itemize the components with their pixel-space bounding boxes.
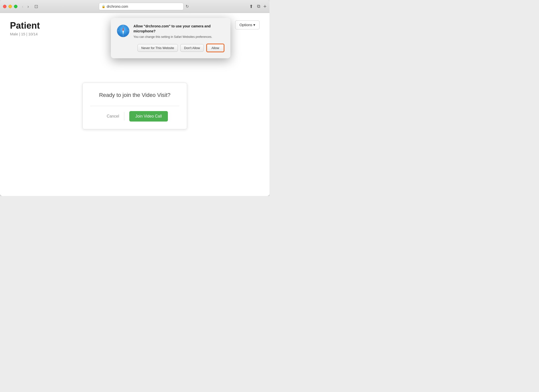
dialog-header: Allow "drchrono.com" to use your camera … xyxy=(117,24,224,39)
patient-meta: Male | 15 | 10/14 xyxy=(10,32,40,36)
patient-info: Patient Male | 15 | 10/14 xyxy=(10,20,40,36)
patient-name: Patient xyxy=(10,20,40,31)
options-button[interactable]: Options ▾ xyxy=(235,20,260,29)
forward-button[interactable]: › xyxy=(26,4,30,9)
nav-buttons: ‹ › xyxy=(20,4,30,9)
address-text: drchrono.com xyxy=(107,4,128,8)
join-video-call-button[interactable]: Join Video Call xyxy=(129,111,168,122)
allow-button[interactable]: Allow xyxy=(206,44,224,52)
dialog-buttons: Never for This Website Don't Allow Allow xyxy=(117,44,224,52)
reload-button[interactable]: ↻ xyxy=(186,4,189,9)
browser-window: ‹ › ⊡ 🔒 drchrono.com ↻ ⬆ ⧉ + Patient Mal… xyxy=(0,0,270,196)
video-card-actions: Cancel Join Video Call xyxy=(90,106,179,122)
cancel-button[interactable]: Cancel xyxy=(102,112,124,121)
never-button[interactable]: Never for This Website xyxy=(137,44,178,52)
dont-allow-button[interactable]: Don't Allow xyxy=(180,44,204,52)
tabs-button[interactable]: ⧉ xyxy=(256,3,261,9)
page-content: Patient Male | 15 | 10/14 Options ▾ xyxy=(0,13,270,196)
toolbar-right: ⬆ ⧉ + xyxy=(248,3,267,10)
safari-icon xyxy=(117,24,130,38)
video-card-title: Ready to join the Video Visit? xyxy=(90,92,179,98)
address-bar-container: 🔒 drchrono.com ↻ xyxy=(42,3,246,10)
maximize-button[interactable] xyxy=(14,5,17,8)
new-tab-button[interactable]: + xyxy=(263,4,267,9)
close-button[interactable] xyxy=(3,5,6,8)
video-card: Ready to join the Video Visit? Cancel Jo… xyxy=(82,83,187,129)
dialog-text: Allow "drchrono.com" to use your camera … xyxy=(134,24,224,39)
share-button[interactable]: ⬆ xyxy=(248,3,254,10)
traffic-lights xyxy=(3,5,17,8)
dialog-title: Allow "drchrono.com" to use your camera … xyxy=(134,24,224,34)
lock-icon: 🔒 xyxy=(102,5,105,8)
svg-point-8 xyxy=(123,30,124,31)
address-bar[interactable]: 🔒 drchrono.com xyxy=(99,3,184,10)
back-button[interactable]: ‹ xyxy=(20,4,25,9)
minimize-button[interactable] xyxy=(8,5,12,8)
dialog-subtitle: You can change this setting in Safari We… xyxy=(134,35,224,39)
tab-view-button[interactable]: ⊡ xyxy=(33,3,40,10)
permission-dialog: Allow "drchrono.com" to use your camera … xyxy=(111,18,230,58)
title-bar: ‹ › ⊡ 🔒 drchrono.com ↻ ⬆ ⧉ + xyxy=(0,0,270,13)
